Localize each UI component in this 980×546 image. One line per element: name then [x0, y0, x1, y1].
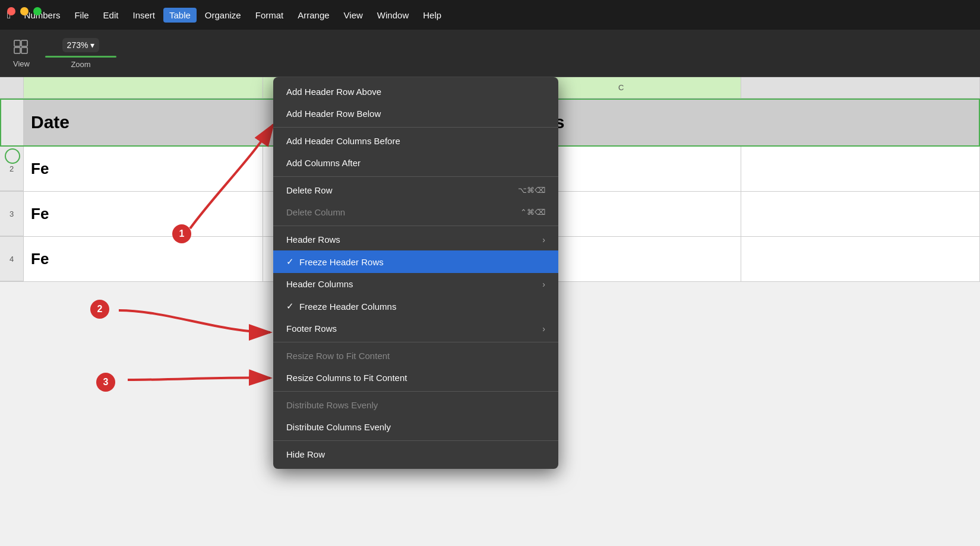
cell-1-4[interactable]	[741, 99, 981, 146]
delete-row[interactable]: Delete Row ⌥⌘⌫	[273, 179, 558, 201]
item-label: Resize Row to Fit Content	[286, 351, 390, 361]
cell-4-4[interactable]	[741, 237, 981, 281]
circle-marker	[5, 148, 20, 164]
add-header-columns-before[interactable]: Add Header Columns Before	[273, 130, 558, 152]
zoom-bar	[45, 56, 116, 58]
menu-table[interactable]: Table	[163, 8, 197, 23]
svg-rect-0	[14, 40, 20, 46]
maximize-button[interactable]	[33, 7, 42, 15]
cell-2-1[interactable]: Fe	[24, 147, 263, 191]
svg-rect-3	[21, 47, 27, 53]
toolbar: View 273% ▾ Zoom	[0, 30, 980, 77]
item-label: Freeze Header Columns	[299, 301, 396, 312]
cell-4-1[interactable]: Fe	[24, 237, 263, 281]
item-label: Resize Columns to Fit Content	[286, 373, 407, 383]
window-controls	[7, 7, 42, 15]
cell-3-4[interactable]	[741, 192, 981, 236]
item-label: Add Header Row Above	[286, 87, 381, 97]
menu-file[interactable]: File	[68, 8, 94, 23]
item-label: Add Columns After	[286, 158, 361, 168]
separator-6	[273, 440, 558, 441]
menu-view[interactable]: View	[338, 8, 369, 23]
submenu-arrow: ›	[542, 235, 545, 245]
separator-5	[273, 391, 558, 392]
zoom-label: Zoom	[71, 60, 90, 69]
main-content: C Date Stores 2 Fe Store 3 3 Fe Store 11	[0, 77, 980, 546]
row-num-1	[0, 99, 24, 146]
view-icon	[12, 38, 31, 57]
submenu-arrow: ›	[542, 280, 545, 289]
spreadsheet: C Date Stores 2 Fe Store 3 3 Fe Store 11	[0, 77, 980, 546]
header-rows-item[interactable]: Header Rows ›	[273, 228, 558, 250]
row-num-header	[0, 77, 24, 98]
separator-1	[273, 127, 558, 128]
col-d-header	[741, 77, 981, 98]
checkmark-icon: ✓	[286, 301, 297, 312]
hide-row[interactable]: Hide Row	[273, 443, 558, 465]
menu-insert[interactable]: Insert	[127, 8, 161, 23]
badge-3: 3	[96, 373, 115, 392]
menu-edit[interactable]: Edit	[97, 8, 125, 23]
item-label: Footer Rows	[286, 323, 337, 334]
view-label: View	[13, 59, 30, 68]
add-header-row-above[interactable]: Add Header Row Above	[273, 81, 558, 103]
zoom-control[interactable]: 273% ▾ Zoom	[45, 38, 116, 69]
freeze-header-rows[interactable]: ✓ Freeze Header Rows	[273, 250, 558, 273]
menu-arrange[interactable]: Arrange	[292, 8, 335, 23]
item-label: Add Header Columns Before	[286, 136, 400, 146]
resize-row: Resize Row to Fit Content	[273, 345, 558, 367]
menu-format[interactable]: Format	[249, 8, 290, 23]
col-a-header	[24, 77, 263, 98]
badge-2: 2	[90, 300, 109, 319]
menubar:  Numbers File Edit Insert Table Organiz…	[0, 0, 980, 30]
cell-1-1[interactable]: Date	[24, 99, 263, 146]
view-button[interactable]: View	[12, 38, 31, 68]
svg-rect-2	[14, 47, 20, 53]
menu-help[interactable]: Help	[417, 8, 447, 23]
footer-rows-item[interactable]: Footer Rows ›	[273, 318, 558, 339]
separator-4	[273, 342, 558, 342]
badge-1: 1	[172, 224, 191, 243]
menu-window[interactable]: Window	[371, 8, 415, 23]
separator-2	[273, 176, 558, 177]
distribute-rows: Distribute Rows Evenly	[273, 394, 558, 416]
item-label: Add Header Row Below	[286, 109, 381, 119]
distribute-columns[interactable]: Distribute Columns Evenly	[273, 416, 558, 438]
close-button[interactable]	[7, 7, 15, 15]
minimize-button[interactable]	[20, 7, 29, 15]
item-label: Delete Row	[286, 185, 333, 195]
item-label: Header Columns	[286, 279, 353, 289]
shortcut-delete-col: ⌃⌘⌫	[520, 208, 545, 217]
item-label: Header Rows	[286, 234, 340, 245]
item-label: Delete Column	[286, 207, 345, 217]
add-columns-after[interactable]: Add Columns After	[273, 152, 558, 174]
item-label: Distribute Rows Evenly	[286, 400, 378, 410]
row-num-3: 3	[0, 192, 24, 236]
item-label: Freeze Header Rows	[299, 257, 384, 267]
submenu-arrow: ›	[542, 324, 545, 334]
item-label: Distribute Columns Evenly	[286, 422, 391, 432]
zoom-display: 273% ▾	[62, 38, 100, 52]
cell-2-4[interactable]	[741, 147, 981, 191]
menu-organize[interactable]: Organize	[199, 8, 247, 23]
checkmark-icon: ✓	[286, 256, 297, 267]
separator-3	[273, 226, 558, 226]
item-label: Hide Row	[286, 449, 325, 459]
table-menu-dropdown: Add Header Row Above Add Header Row Belo…	[273, 77, 558, 469]
shortcut-delete-row: ⌥⌘⌫	[518, 186, 545, 195]
delete-column: Delete Column ⌃⌘⌫	[273, 201, 558, 223]
freeze-header-columns[interactable]: ✓ Freeze Header Columns	[273, 295, 558, 318]
cell-3-1[interactable]: Fe	[24, 192, 263, 236]
resize-columns[interactable]: Resize Columns to Fit Content	[273, 367, 558, 389]
svg-rect-1	[21, 40, 27, 46]
header-columns-item[interactable]: Header Columns ›	[273, 273, 558, 295]
row-num-4: 4	[0, 237, 24, 281]
add-header-row-below[interactable]: Add Header Row Below	[273, 103, 558, 125]
